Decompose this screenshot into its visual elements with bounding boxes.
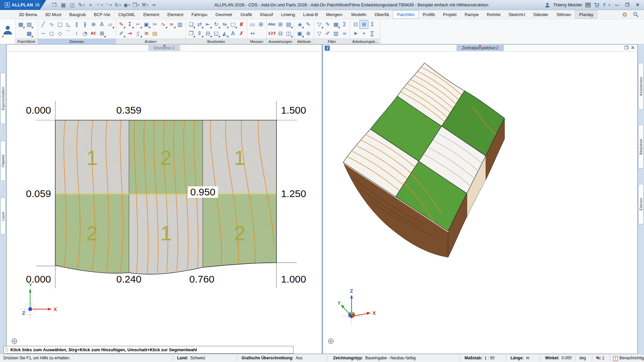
- menu-item-fahrspu[interactable]: Fahrspu: [187, 10, 212, 19]
- patchwork-edit-icon[interactable]: ▧: [25, 20, 33, 28]
- menu-item-element[interactable]: Element: [139, 10, 163, 19]
- status-length-unit[interactable]: Länge: m: [511, 356, 529, 360]
- menu-item-modelln[interactable]: Modelln: [347, 10, 371, 19]
- maximize-button[interactable]: ❐: [624, 2, 631, 7]
- patchwork-rules-icon[interactable]: ▩: [25, 29, 33, 38]
- angle-icon[interactable]: ◺: [64, 20, 72, 28]
- stamp-icon[interactable]: ▣: [143, 20, 151, 28]
- menu-item-patchwo[interactable]: PatchWo: [393, 10, 419, 19]
- info-icon[interactable]: i: [325, 46, 330, 51]
- status-graphic-override[interactable]: Grafische Überschreibung: Aus: [241, 356, 303, 360]
- search-icon[interactable]: [633, 12, 639, 17]
- circle-center-icon[interactable]: ⊕: [90, 20, 98, 28]
- arc-icon[interactable]: ⌒: [64, 29, 72, 38]
- status-scale[interactable]: Maßstab: 1 : 50: [465, 356, 494, 360]
- menu-item-planlay[interactable]: Planlay: [575, 10, 597, 19]
- table-search-icon[interactable]: ◫: [285, 29, 293, 38]
- toolbar-options-icon[interactable]: ≂: [150, 1, 158, 9]
- status-land[interactable]: Land: Schweiz: [177, 356, 205, 360]
- filter-pen-icon[interactable]: ✎: [324, 20, 332, 28]
- circle-icon[interactable]: ○: [48, 29, 56, 38]
- panel-tab-objekte[interactable]: Objekte: [0, 141, 6, 181]
- abc-report-icon[interactable]: Abc: [268, 20, 276, 28]
- help-button[interactable]: ?: [603, 2, 606, 8]
- project-cube-icon[interactable]: ❒: [50, 1, 58, 9]
- settings-gear-icon[interactable]: [622, 12, 628, 17]
- minimize-button[interactable]: —: [613, 2, 621, 7]
- attribute-edit-icon[interactable]: ✎: [304, 20, 312, 28]
- menu-item-rampe[interactable]: Rampe: [461, 10, 483, 19]
- wave-double-icon[interactable]: ≋: [143, 29, 151, 38]
- s-curve-icon[interactable]: ≀: [73, 29, 81, 38]
- pan-tool-icon[interactable]: [328, 339, 333, 344]
- fit-view-icon[interactable]: ⊡: [352, 20, 360, 28]
- menu-item-baugrub[interactable]: Baugrub: [65, 10, 90, 19]
- menu-item-projekt[interactable]: Projekt: [439, 10, 461, 19]
- menu-item-geometr[interactable]: Geometr: [211, 10, 236, 19]
- text-icon[interactable]: A: [98, 20, 106, 28]
- menu-item-grafik[interactable]: Grafik: [236, 10, 256, 19]
- diagonal-pair-icon[interactable]: ∦: [81, 20, 89, 28]
- select-region-icon[interactable]: ▢: [229, 20, 237, 28]
- rectangle-icon[interactable]: □: [56, 20, 64, 28]
- text-move-icon[interactable]: A: [229, 29, 237, 38]
- filter-box2-icon[interactable]: ▥: [332, 29, 340, 38]
- menu-item-oberfl-[interactable]: Oberflä: [371, 10, 393, 19]
- search-document-icon[interactable]: ⌖: [87, 1, 95, 9]
- move-point-icon[interactable]: ⇤: [204, 20, 212, 28]
- viewport-close-icon[interactable]: ✕: [631, 45, 635, 50]
- menu-item-citygml[interactable]: CityGML: [114, 10, 140, 19]
- panel-tab-layer[interactable]: Layer: [0, 198, 6, 235]
- window-layout-icon[interactable]: ❐: [132, 1, 140, 9]
- wave-fit-icon[interactable]: ≈: [168, 20, 176, 28]
- sum-icon[interactable]: Σ: [368, 20, 376, 28]
- filter-funnel-icon[interactable]: ▽: [315, 20, 323, 28]
- status-drawing-type[interactable]: Zeichnungstyp: Baueingabe - Neubau farbi…: [333, 356, 416, 360]
- wave-icon[interactable]: ∼: [39, 29, 47, 38]
- page-edit-icon[interactable]: ▯: [134, 29, 142, 38]
- copy-icon[interactable]: ❏: [187, 20, 195, 28]
- panel-tab-assistenten[interactable]: Assistenten: [638, 63, 644, 110]
- menu-item-linieng[interactable]: Linieng: [277, 10, 299, 19]
- view-eye-icon[interactable]: ◉: [123, 1, 131, 9]
- status-percent[interactable]: %: 1: [596, 356, 604, 360]
- sketch-box-icon[interactable]: ▱: [106, 20, 114, 28]
- ruler-area-icon[interactable]: ⊞: [257, 20, 265, 28]
- numbers-report-icon[interactable]: 123: [268, 29, 276, 38]
- stretch-icon[interactable]: ⇕: [196, 29, 204, 38]
- profile-menu-button[interactable]: ▾: [0, 19, 15, 44]
- select-arrow-icon[interactable]: ➤: [352, 29, 360, 38]
- ruler-icon[interactable]: ▭: [249, 20, 257, 28]
- mirror-icon[interactable]: ⇋: [221, 20, 229, 28]
- layout-panel-icon[interactable]: ▦: [59, 1, 67, 9]
- perspective-canvas[interactable]: Z Y X: [323, 45, 637, 354]
- copy-offset-icon[interactable]: ❐: [187, 29, 195, 38]
- tools-icon[interactable]: ⚒: [141, 1, 149, 9]
- ac-label-icon[interactable]: AC: [90, 29, 98, 38]
- attribute-list-icon[interactable]: ▣: [296, 29, 304, 38]
- clip-box-icon[interactable]: ⊠: [98, 29, 106, 38]
- menu-item-element[interactable]: Element: [163, 10, 187, 19]
- mirror-3d-icon[interactable]: ◭: [221, 29, 229, 38]
- patch-grid[interactable]: [55, 120, 277, 279]
- save-icon[interactable]: ◫: [68, 1, 76, 9]
- pan-view-icon[interactable]: ⊞: [360, 20, 368, 28]
- attribute-transfer-icon[interactable]: ⊛: [304, 29, 312, 38]
- patchwork-create-icon[interactable]: ▦: [17, 20, 25, 28]
- viewport-perspective[interactable]: i Zentralperspektive:2 ❐ ✕: [323, 44, 638, 354]
- plan-canvas[interactable]: 1 2 1 2 1 2 0.000 0.359 1.500 0.059 0.95…: [7, 45, 322, 354]
- pin-icon[interactable]: ↧: [126, 20, 134, 28]
- delete-icon[interactable]: ✘: [237, 20, 246, 28]
- status-angle-unit[interactable]: deg: [579, 356, 586, 360]
- menu-item-bcf-vie[interactable]: BCF-Vie: [90, 10, 114, 19]
- filter-pen2-icon[interactable]: ✐: [324, 29, 332, 38]
- close-button[interactable]: ✕: [634, 2, 641, 7]
- menu-item-stilman[interactable]: Stilman: [552, 10, 575, 19]
- rotate-icon[interactable]: ↻: [212, 20, 220, 28]
- viewport-maximize-icon[interactable]: ❐: [624, 45, 628, 50]
- viewport-plan[interactable]: Grundriss:1: [6, 44, 322, 354]
- line-icon[interactable]: ╱: [39, 20, 47, 28]
- parallel-lines-icon[interactable]: ∥: [73, 20, 81, 28]
- table-report-icon[interactable]: ⊞: [276, 20, 284, 28]
- panel-tab-ebenen[interactable]: Ebenen: [638, 184, 644, 224]
